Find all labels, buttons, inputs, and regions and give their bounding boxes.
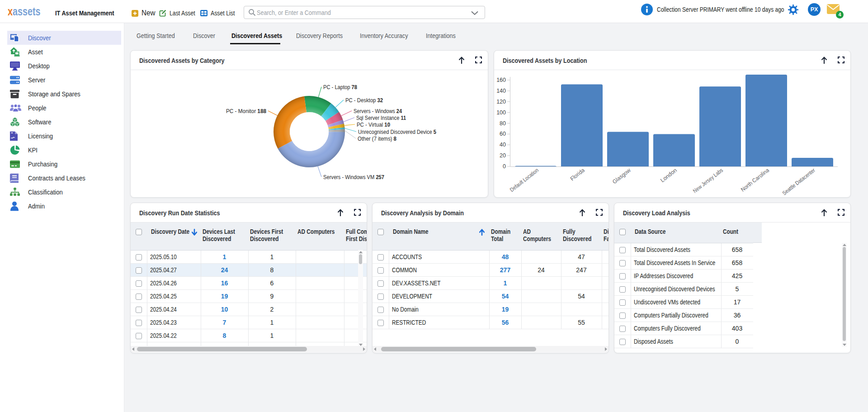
svg-text:120: 120 [496,99,506,105]
svg-text:0: 0 [503,163,506,170]
svg-text:Other (7 items) 8: Other (7 items) 8 [358,135,396,142]
svg-text:London: London [659,167,678,184]
svg-text:20: 20 [500,152,506,159]
svg-text:Sql Server Instance 11: Sql Server Instance 11 [356,114,406,121]
svg-text:PC - Laptop 78: PC - Laptop 78 [323,84,357,90]
svg-text:100: 100 [496,109,506,116]
svg-text:80: 80 [500,120,506,127]
svg-text:PC - Desktop 32: PC - Desktop 32 [345,97,383,104]
svg-text:Default Location: Default Location [509,167,540,193]
svg-text:Servers - Windows 24: Servers - Windows 24 [354,108,402,114]
svg-text:North Carolina: North Carolina [740,167,770,193]
svg-text:Glasgow: Glasgow [611,167,632,185]
svg-text:Seattle Datacenter: Seattle Datacenter [781,167,816,196]
svg-text:60: 60 [500,131,506,137]
svg-text:40: 40 [500,142,506,148]
svg-text:Servers - Windows VM 257: Servers - Windows VM 257 [323,174,384,180]
svg-text:PC - Monitor 188: PC - Monitor 188 [226,108,266,114]
svg-text:140: 140 [496,88,506,94]
svg-text:Unrecognised Discovered Device: Unrecognised Discovered Device 5 [358,128,436,135]
svg-text:Florida: Florida [569,167,586,182]
svg-text:PC - Virtual 10: PC - Virtual 10 [357,121,390,128]
svg-text:160: 160 [496,77,506,83]
svg-text:New Jersey Labs: New Jersey Labs [692,167,724,194]
